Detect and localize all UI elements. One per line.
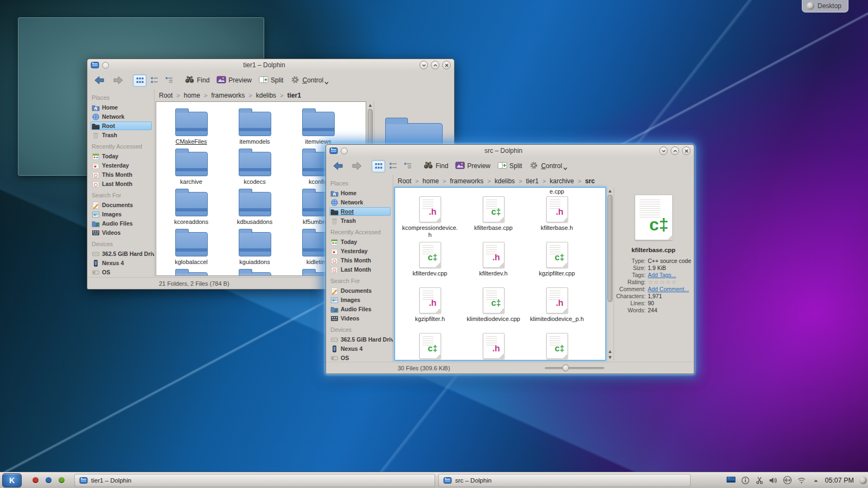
- titlebar-menu-button[interactable]: [102, 62, 109, 69]
- places-item[interactable]: Last Month: [329, 265, 391, 274]
- control-button[interactable]: Control: [289, 74, 330, 87]
- activity-dot-green[interactable]: [59, 477, 65, 483]
- places-item[interactable]: OS: [91, 268, 152, 277]
- back-button[interactable]: [330, 159, 346, 173]
- volume-icon[interactable]: [769, 476, 778, 485]
- titlebar[interactable]: tier1 – Dolphin: [87, 59, 454, 71]
- places-item[interactable]: Images: [329, 296, 391, 304]
- clipboard-icon[interactable]: [755, 476, 764, 485]
- places-item[interactable]: 362.5 GiB Hard Drive: [329, 335, 391, 344]
- compact-view-button[interactable]: [148, 74, 161, 87]
- breadcrumb-item[interactable]: Root >: [159, 92, 184, 99]
- places-item[interactable]: Documents: [91, 201, 152, 209]
- find-button[interactable]: Find: [183, 74, 211, 87]
- places-item[interactable]: Network: [329, 198, 391, 207]
- breadcrumb-item[interactable]: tier1 >: [288, 92, 301, 99]
- places-item[interactable]: Nexus 4: [329, 344, 391, 353]
- scroll-up-icon[interactable]: ▲: [607, 188, 614, 194]
- activity-dot-blue[interactable]: [46, 477, 52, 483]
- partially-scrolled-file-name[interactable]: e.cpp: [525, 188, 589, 195]
- places-item[interactable]: Nexus 4: [91, 259, 152, 267]
- usb-icon[interactable]: [783, 476, 792, 485]
- scroll-down-icon[interactable]: ▼: [607, 355, 614, 360]
- folder-item[interactable]: kcodecs: [223, 147, 286, 188]
- expand-arrow-icon[interactable]: [811, 476, 820, 485]
- taskbar-task[interactable]: tier1 – Dolphin: [74, 474, 435, 487]
- compact-view-button[interactable]: [386, 160, 400, 172]
- maximize-button[interactable]: [671, 146, 679, 155]
- places-item[interactable]: Home: [329, 189, 391, 197]
- breadcrumb-item[interactable]: home >: [184, 92, 211, 99]
- breadcrumb-item[interactable]: tier1 >: [526, 177, 550, 185]
- folder-item[interactable]: kguiaddons: [223, 228, 286, 268]
- places-item[interactable]: 362.5 GiB Hard Drive: [91, 249, 152, 258]
- file-item[interactable]: c‡ klimitediodevice.cpp: [462, 287, 525, 333]
- folder-item[interactable]: kcoreaddons: [159, 188, 223, 228]
- places-item[interactable]: Audio Files: [91, 219, 152, 228]
- maximize-button[interactable]: [431, 61, 439, 69]
- minimize-button[interactable]: [419, 61, 428, 69]
- scroll-up-icon[interactable]: ▲: [607, 349, 614, 354]
- breadcrumb-item[interactable]: frameworks >: [450, 177, 494, 185]
- places-item[interactable]: Network: [91, 112, 152, 121]
- places-item[interactable]: Trash: [91, 131, 152, 139]
- close-button[interactable]: [682, 146, 691, 155]
- folder-item[interactable]: itemmodels: [223, 107, 286, 147]
- folder-item[interactable]: CMakeFiles: [159, 107, 223, 147]
- places-item[interactable]: Root: [329, 207, 391, 216]
- wireless-icon[interactable]: [797, 476, 806, 485]
- places-item[interactable]: Trash: [329, 216, 391, 225]
- file-item[interactable]: .h knonefilter.h: [462, 333, 525, 360]
- folder-item[interactable]: [223, 268, 286, 275]
- forward-button[interactable]: [349, 159, 365, 173]
- breadcrumb-item[interactable]: frameworks >: [211, 92, 256, 99]
- file-item[interactable]: c‡ knonefilter.cpp: [398, 333, 462, 360]
- places-item[interactable]: Audio Files: [329, 305, 391, 313]
- activity-dot-red[interactable]: [33, 477, 39, 483]
- breadcrumb-item[interactable]: Root >: [398, 177, 423, 185]
- file-item[interactable]: c‡ ktar.cpp: [525, 333, 589, 360]
- breadcrumb-item[interactable]: kdelibs >: [495, 177, 526, 185]
- file-item[interactable]: .h kfilterbase.h: [525, 196, 589, 242]
- forward-button[interactable]: [111, 73, 126, 87]
- places-item[interactable]: This Month: [91, 170, 152, 179]
- desktop-toolbox[interactable]: Desktop: [802, 0, 848, 12]
- file-item[interactable]: .h klimitediodevice_p.h: [525, 287, 589, 333]
- control-button[interactable]: Control: [527, 159, 569, 173]
- titlebar-menu-button[interactable]: [341, 147, 348, 155]
- file-item[interactable]: .h kcompressiondevice.h: [398, 196, 462, 242]
- folder-item[interactable]: kglobalaccel: [159, 228, 223, 268]
- places-item[interactable]: Root: [91, 121, 152, 130]
- file-item[interactable]: .h kfilterdev.h: [462, 242, 525, 287]
- places-item[interactable]: This Month: [329, 256, 391, 265]
- places-item[interactable]: Yesterday: [329, 247, 391, 255]
- places-item[interactable]: Videos: [329, 314, 391, 323]
- places-item[interactable]: Documents: [329, 286, 391, 295]
- places-item[interactable]: Today: [329, 237, 391, 246]
- file-item[interactable]: c‡ kfilterdev.cpp: [398, 242, 462, 287]
- taskbar-task[interactable]: src – Dolphin: [438, 474, 691, 487]
- icons-view-button[interactable]: [133, 74, 146, 87]
- places-item[interactable]: OS: [329, 354, 391, 362]
- scrollbar-slider[interactable]: [608, 195, 612, 302]
- digital-clock[interactable]: 05:07 PM: [825, 477, 854, 484]
- close-button[interactable]: [442, 61, 451, 69]
- breadcrumb-item[interactable]: karchive >: [550, 177, 585, 185]
- places-item[interactable]: Last Month: [91, 179, 152, 188]
- minimize-button[interactable]: [659, 146, 668, 155]
- breadcrumb-item[interactable]: kdelibs >: [256, 92, 288, 99]
- info-field-value[interactable]: Add Tags...: [648, 272, 676, 279]
- folder-item[interactable]: [159, 268, 223, 275]
- breadcrumb-item[interactable]: src >: [585, 177, 595, 185]
- folder-item[interactable]: itemviews: [286, 107, 350, 147]
- zoom-slider-handle[interactable]: [562, 364, 569, 371]
- preview-button[interactable]: Preview: [215, 74, 253, 87]
- places-item[interactable]: Today: [91, 152, 152, 160]
- scroll-up-icon[interactable]: ▲: [367, 102, 374, 108]
- file-item[interactable]: c‡ kgzipfilter.cpp: [525, 242, 589, 287]
- icons-view-button[interactable]: [372, 160, 385, 172]
- back-button[interactable]: [92, 73, 107, 87]
- file-item[interactable]: .h kgzipfilter.h: [398, 287, 462, 333]
- display-icon[interactable]: [726, 476, 736, 485]
- places-item[interactable]: Yesterday: [91, 161, 152, 170]
